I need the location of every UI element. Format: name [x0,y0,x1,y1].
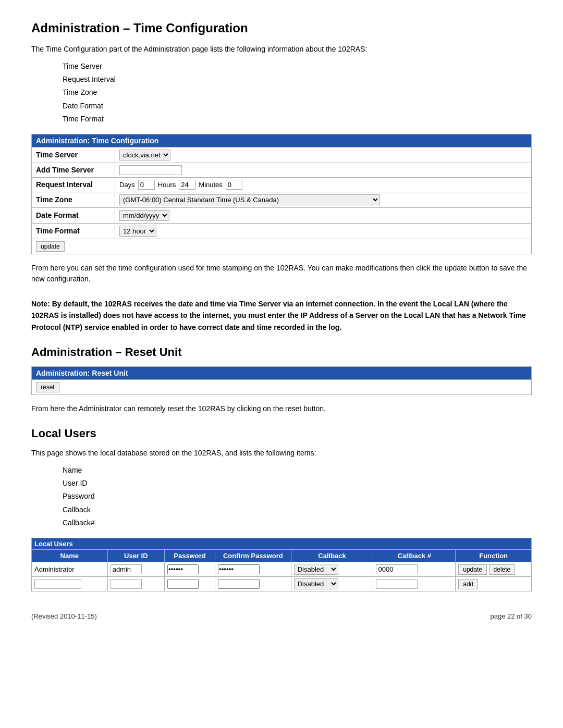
add-time-server-input[interactable] [119,165,182,175]
user-name-cell: Administrator [32,562,108,577]
footer: (Revised 2010-11-15) page 22 of 30 [31,612,532,620]
new-user-function-cell: add [456,577,532,591]
time-server-row: Time Server clock.via.net [32,147,532,163]
user-userid-cell [107,562,164,577]
reset-unit-table-header: Administration: Reset Unit [32,367,532,380]
date-format-label: Date Format [32,207,115,223]
col-header-function: Function [456,550,532,562]
local-users-intro-list: Name User ID Password Callback Callback# [63,464,532,529]
new-user-confirm-cell [215,577,291,591]
user-confirm-cell [215,562,291,577]
hours-input[interactable] [179,180,195,190]
time-format-value-cell: 12 hour [115,223,532,239]
time-config-intro-list: Time Server Request Interval Time Zone D… [63,60,532,126]
intro-item-2: Request Interval [63,73,532,86]
password-input[interactable] [167,564,199,574]
time-format-label: Time Format [32,223,115,239]
footer-revised: (Revised 2010-11-15) [31,612,97,620]
users-column-header-row: Name User ID Password Confirm Password C… [32,550,532,562]
user-callback-cell: Disabled [291,562,373,577]
time-config-update-button[interactable]: update [36,241,65,252]
user-add-button[interactable]: add [458,579,478,589]
confirm-password-input[interactable] [218,564,260,574]
time-format-select[interactable]: 12 hour [119,226,156,237]
new-password-input[interactable] [167,579,199,589]
lu-intro-item-5: Callback# [63,516,532,529]
callback-select-2[interactable]: Disabled [294,578,338,589]
footer-page: page 22 of 30 [490,612,532,620]
time-zone-label: Time Zone [32,192,115,207]
intro-item-1: Time Server [63,60,532,73]
table-row: Disabled add [32,577,532,591]
days-label: Days [119,181,135,189]
add-time-server-row: Add Time Server [32,163,532,177]
intro-item-4: Date Format [63,100,532,113]
col-header-userid: User ID [107,550,164,562]
update-row: update [32,239,532,254]
days-input[interactable] [138,180,155,190]
time-config-intro: The Time Configuration part of the Admin… [31,44,532,55]
users-section-header-row: Local Users [32,538,532,550]
col-header-callback: Callback [291,550,373,562]
time-config-after-text1: From here you can set the time configura… [31,263,532,285]
time-server-label: Time Server [32,147,115,163]
lu-intro-item-2: User ID [63,477,532,490]
user-callbacknum-cell [373,562,456,577]
time-config-title: Administration – Time Configuration [31,21,532,35]
time-server-select[interactable]: clock.via.net [119,150,170,161]
new-confirm-password-input[interactable] [218,579,260,589]
date-format-value-cell: mm/dd/yyyy [115,207,532,223]
update-cell: update [32,239,532,254]
lu-intro-item-4: Callback [63,503,532,516]
reset-row: reset [32,380,532,395]
time-config-table: Administration: Time Configuration Time … [31,134,532,254]
reset-unit-title: Administration – Reset Unit [31,346,532,359]
request-interval-row: Request Interval Days Hours Minutes [32,177,532,192]
col-header-callbacknum: Callback # [373,550,456,562]
time-config-note: Note: By default, the 102RAS receives th… [31,298,532,333]
user-delete-button[interactable]: delete [489,564,516,575]
time-zone-select[interactable]: (GMT-06:00) Central Standard Time (US & … [119,194,380,205]
date-format-row: Date Format mm/dd/yyyy [32,207,532,223]
time-config-table-header: Administration: Time Configuration [32,134,532,147]
new-user-name-cell [32,577,108,591]
new-user-callback-cell: Disabled [291,577,373,591]
date-format-select[interactable]: mm/dd/yyyy [119,210,169,221]
local-users-section: Local Users This page shows the local da… [31,427,532,591]
col-header-name: Name [32,550,108,562]
minutes-input[interactable] [226,180,242,190]
local-users-section-header: Local Users [32,538,532,550]
request-interval-value-cell: Days Hours Minutes [115,177,532,192]
new-user-userid-cell [107,577,164,591]
callbacknum-input-2[interactable] [376,579,418,589]
reset-button[interactable]: reset [36,382,59,392]
user-function-cell: update delete [456,562,532,577]
new-user-password-cell [164,577,215,591]
col-header-confirm: Confirm Password [215,550,291,562]
reset-cell: reset [32,380,532,395]
local-users-intro: This page shows the local database store… [31,448,532,459]
minutes-label: Minutes [199,181,223,189]
time-format-row: Time Format 12 hour [32,223,532,239]
time-zone-row: Time Zone (GMT-06:00) Central Standard T… [32,192,532,207]
col-header-password: Password [164,550,215,562]
add-time-server-input-cell [115,163,532,177]
time-zone-value-cell: (GMT-06:00) Central Standard Time (US & … [115,192,532,207]
callback-select-1[interactable]: Disabled [294,564,338,575]
new-name-input[interactable] [34,579,81,589]
hours-label: Hours [158,181,176,189]
new-user-callbacknum-cell [373,577,456,591]
callbacknum-input-1[interactable] [376,564,418,574]
new-userid-input[interactable] [111,579,142,589]
intro-item-5: Time Format [63,113,532,126]
reset-unit-table: Administration: Reset Unit reset [31,366,532,395]
local-users-table: Local Users Name User ID Password Confir… [31,538,532,591]
user-update-button[interactable]: update [458,564,487,575]
request-interval-label: Request Interval [32,177,115,192]
intro-item-3: Time Zone [63,86,532,99]
local-users-title: Local Users [31,427,532,440]
add-time-server-label: Add Time Server [32,163,115,177]
userid-input[interactable] [111,564,142,574]
lu-intro-item-3: Password [63,490,532,503]
lu-intro-item-1: Name [63,464,532,477]
